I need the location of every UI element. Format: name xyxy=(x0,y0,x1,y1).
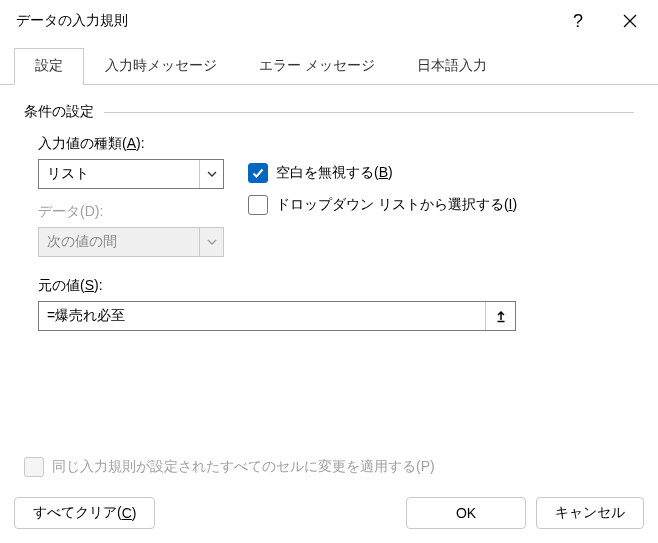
ignore-blank-row[interactable]: 空白を無視する(B) xyxy=(248,163,634,183)
chevron-down-icon xyxy=(207,239,217,245)
dialog-footer: すべてクリア(C) OK キャンセル xyxy=(0,487,658,543)
tab-error-alert[interactable]: エラー メッセージ xyxy=(238,48,396,84)
chevron-down-icon xyxy=(207,171,217,177)
criteria-section-text: 条件の設定 xyxy=(24,103,94,121)
dialog-title: データの入力規則 xyxy=(16,12,552,30)
tab-input-message[interactable]: 入力時メッセージ xyxy=(84,48,238,84)
cancel-button[interactable]: キャンセル xyxy=(536,497,644,529)
titlebar: データの入力規則 ? xyxy=(0,0,658,42)
apply-all-label: 同じ入力規則が設定されたすべてのセルに変更を適用する(P) xyxy=(52,458,435,476)
ok-button[interactable]: OK xyxy=(406,497,526,529)
allow-dropdown-button[interactable] xyxy=(199,160,223,188)
range-selector-button[interactable] xyxy=(485,302,515,330)
tab-ime-mode[interactable]: 日本語入力 xyxy=(396,48,508,84)
settings-panel: 条件の設定 入力値の種類(A): リスト データ(D): 次の値の間 xyxy=(0,85,658,487)
help-button[interactable]: ? xyxy=(552,0,604,42)
source-input-wrap xyxy=(38,301,516,331)
source-label: 元の値(S): xyxy=(38,277,634,295)
close-button[interactable] xyxy=(604,0,656,42)
tab-strip: 設定 入力時メッセージ エラー メッセージ 日本語入力 xyxy=(0,42,658,85)
data-value: 次の値の間 xyxy=(39,228,199,256)
tab-settings[interactable]: 設定 xyxy=(14,48,84,85)
data-label: データ(D): xyxy=(38,203,224,221)
data-validation-dialog: データの入力規則 ? 設定 入力時メッセージ エラー メッセージ 日本語入力 条… xyxy=(0,0,658,543)
range-selector-icon xyxy=(494,309,508,323)
criteria-section-label: 条件の設定 xyxy=(24,103,634,121)
ignore-blank-checkbox[interactable] xyxy=(248,163,268,183)
data-dropdown-button xyxy=(199,228,223,256)
close-icon xyxy=(623,14,637,28)
divider xyxy=(104,112,634,113)
allow-value: リスト xyxy=(39,160,199,188)
allow-label: 入力値の種類(A): xyxy=(38,135,224,153)
in-cell-dropdown-row[interactable]: ドロップダウン リストから選択する(I) xyxy=(248,195,634,215)
in-cell-dropdown-checkbox[interactable] xyxy=(248,195,268,215)
ignore-blank-label: 空白を無視する(B) xyxy=(276,164,393,182)
source-input[interactable] xyxy=(39,302,485,330)
data-combobox: 次の値の間 xyxy=(38,227,224,257)
apply-all-checkbox xyxy=(24,457,44,477)
allow-combobox[interactable]: リスト xyxy=(38,159,224,189)
apply-all-row: 同じ入力規則が設定されたすべてのセルに変更を適用する(P) xyxy=(24,457,634,477)
check-icon xyxy=(251,166,265,180)
clear-all-button[interactable]: すべてクリア(C) xyxy=(14,497,155,529)
in-cell-dropdown-label: ドロップダウン リストから選択する(I) xyxy=(276,196,517,214)
